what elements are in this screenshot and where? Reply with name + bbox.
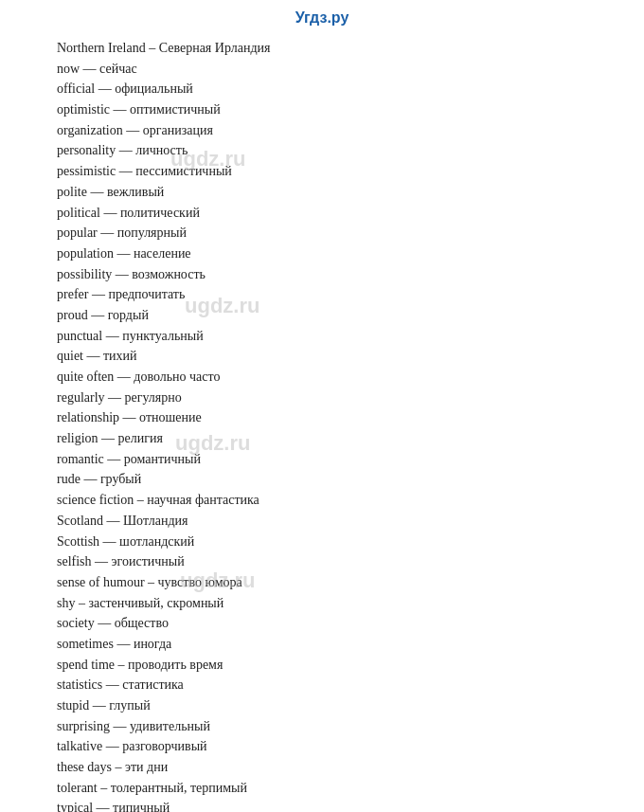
list-item: relationship — отношение [57,407,587,428]
list-item: selfish — эгоистичный [57,551,587,572]
list-item: tolerant – толерантный, терпимый [57,778,587,799]
list-item: science fiction – научная фантастика [57,490,587,511]
vocab-content: Northern Ireland – Северная Ирландияnow … [0,32,644,812]
list-item: pessimistic — пессимистичный [57,161,587,182]
list-item: sometimes — иногда [57,634,587,655]
list-item: official — официальный [57,79,587,99]
list-item: proud — гордый [57,305,587,326]
list-item: surprising — удивительный [57,716,587,737]
list-item: polite — вежливый [57,182,587,203]
list-item: now — сейчас [57,59,587,80]
list-item: statistics — статистика [57,675,587,695]
list-item: prefer — предпочитать [57,284,587,305]
list-item: talkative — разговорчивый [57,736,587,757]
list-item: population — население [57,244,587,264]
list-item: Northern Ireland – Северная Ирландия [57,38,587,59]
header: Угдз.ру [0,0,644,32]
list-item: typical — типичный [57,798,587,812]
list-item: regularly — регулярно [57,388,587,408]
list-item: shy – застенчивый, скромный [57,593,587,614]
list-item: personality — личность [57,140,587,161]
list-item: popular — популярный [57,223,587,244]
list-item: rude — грубый [57,469,587,490]
list-item: stupid — глупый [57,695,587,716]
list-item: political — политический [57,203,587,224]
list-item: romantic — романтичный [57,449,587,470]
list-item: possibility — возможность [57,264,587,285]
header-title: Угдз.ру [295,9,349,26]
list-item: optimistic — оптимистичный [57,99,587,120]
list-item: punctual — пунктуальный [57,326,587,347]
list-item: religion — религия [57,428,587,449]
list-item: society — общество [57,613,587,634]
list-item: quite often — довольно часто [57,367,587,388]
list-item: these days – эти дни [57,757,587,778]
list-item: organization — организация [57,120,587,141]
list-item: sense of humour – чувство юмора [57,572,587,593]
list-item: quiet — тихий [57,346,587,367]
list-item: spend time – проводить время [57,655,587,676]
list-item: Scotland — Шотландия [57,511,587,532]
list-item: Scottish — шотландский [57,532,587,552]
